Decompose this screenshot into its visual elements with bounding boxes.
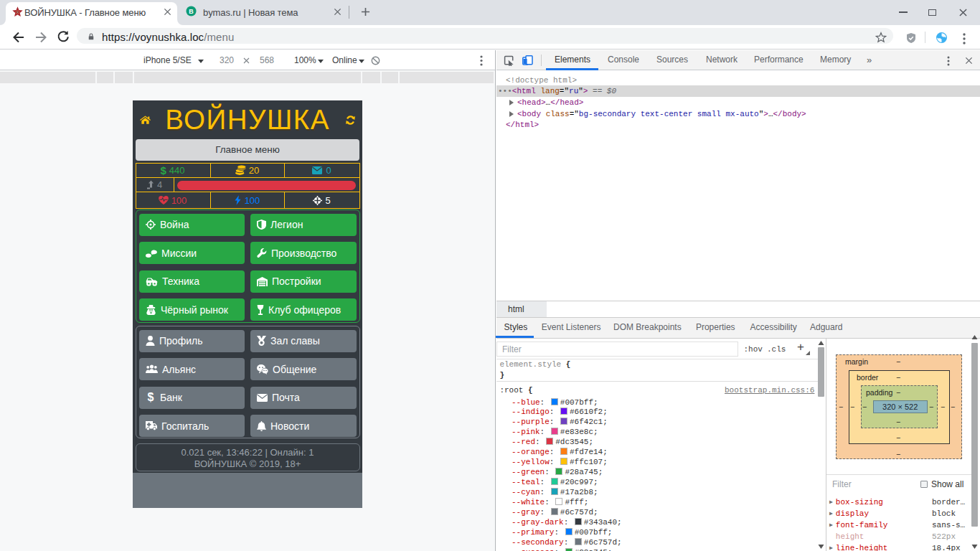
svg-text:B: B: [189, 8, 194, 15]
